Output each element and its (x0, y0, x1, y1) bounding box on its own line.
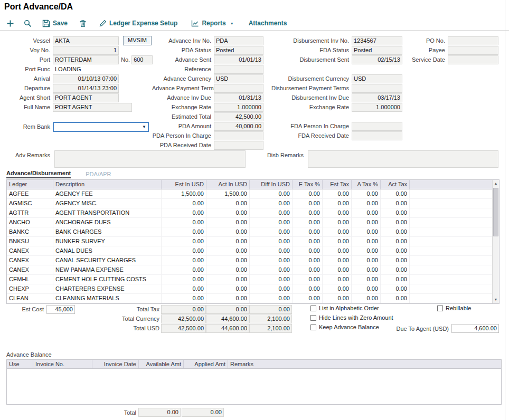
advance-sent-field[interactable]: 01/01/13 (214, 55, 263, 64)
advance-inv-no-field[interactable]: PDA (214, 36, 263, 45)
advance-inv-due-field[interactable]: 01/31/13 (214, 93, 263, 102)
cell-est-in-usd: 0.00 (162, 284, 206, 294)
disbursement-inv-due-field[interactable]: 03/17/13 (352, 93, 402, 102)
ledger-table-row[interactable]: CANEX CANAL SECURITY CHARGES 0.00 0.00 0… (7, 256, 492, 265)
disbursement-payment-terms-field[interactable] (352, 84, 402, 93)
col-header-remarks[interactable]: Remarks (228, 360, 501, 368)
cell-ledger: AGMISC (7, 199, 53, 208)
disb-remarks-field[interactable] (308, 150, 498, 168)
disbursement-sent-field[interactable]: 02/15/13 (352, 55, 402, 64)
ledger-table-row[interactable]: BANKC BANK CHARGES 0.00 0.00 0.00 0.00 0… (7, 227, 492, 237)
ledger-table-row[interactable]: AGTTR AGENT TRANSPORTATION 0.00 0.00 0.0… (7, 208, 492, 218)
col-header-e-tax-pct[interactable]: E Tax % (293, 180, 323, 189)
ledger-table-row[interactable]: CHEXP CHARTERERS EXPENSE 0.00 0.00 0.00 … (7, 284, 492, 294)
vessel-code-button[interactable]: MVSIM (123, 36, 152, 45)
col-header-use[interactable]: Use (7, 360, 33, 368)
adv-remarks-field[interactable] (54, 150, 246, 168)
cell-description: AGENCY MISC. (53, 199, 162, 208)
vertical-scrollbar[interactable]: ▲ ▼ (492, 180, 499, 303)
cell-e-tax-pct: 0.00 (293, 189, 323, 199)
cell-ledger: BNKSU (7, 237, 53, 246)
port-field[interactable]: ROTTERDAM (53, 55, 119, 64)
floppy-icon (42, 20, 50, 27)
fda-received-date-field[interactable] (352, 131, 402, 140)
po-no-field[interactable] (448, 36, 498, 45)
departure-field[interactable]: 01/14/13 23:00 (53, 84, 119, 93)
service-date-field[interactable] (448, 55, 498, 64)
arrival-field[interactable]: 01/10/13 07:00 (53, 74, 119, 83)
cell-diff-in-usd: 0.00 (250, 189, 293, 199)
cell-est-in-usd: 0.00 (162, 199, 206, 208)
advance-payment-terms-field[interactable] (214, 84, 263, 93)
disbursement-inv-no-field[interactable]: 1234567 (352, 36, 402, 45)
ledger-table-row[interactable]: BNKSU BUNKER SURVEY 0.00 0.00 0.00 0.00 … (7, 237, 492, 246)
reference-field[interactable] (214, 65, 263, 74)
scroll-down-icon[interactable]: ▼ (493, 296, 499, 303)
col-header-applied-amt[interactable]: Applied Amt (184, 360, 228, 368)
attachments-button[interactable]: Attachments (249, 20, 287, 27)
cell-e-tax-pct: 0.00 (293, 284, 323, 294)
full-name-field[interactable]: PORT AGENT (53, 103, 132, 112)
ledger-expense-setup-button[interactable]: Ledger Expense Setup (99, 20, 177, 27)
col-header-est-in-usd[interactable]: Est In USD (162, 180, 206, 189)
col-header-a-tax-pct[interactable]: A Tax % (352, 180, 381, 189)
vessel-field[interactable]: AKTA (53, 36, 119, 45)
pda-status-field[interactable]: Posted (214, 46, 263, 55)
cell-filler (410, 208, 492, 218)
pda-received-date-label: PDA Received Date (152, 142, 214, 148)
fda-person-in-charge-field[interactable] (352, 122, 402, 131)
disbursement-currency-field[interactable]: USD (352, 74, 402, 83)
col-header-ledger[interactable]: Ledger (7, 180, 53, 189)
delete-button[interactable] (79, 20, 87, 27)
total-tax-est-cell: 0.00 (161, 305, 206, 314)
total-usd-est-cell: 42,500.00 (161, 324, 206, 333)
add-button[interactable] (6, 20, 14, 27)
col-header-diff-in-usd[interactable]: Diff In USD (250, 180, 293, 189)
checkbox-list-alphabetic[interactable]: List in Alphabetic Order (310, 305, 379, 311)
col-header-invoice-date[interactable]: Invoice Date (92, 360, 139, 368)
est-cost-field[interactable]: 45,000 (46, 305, 75, 314)
col-header-est-tax[interactable]: Est Tax (323, 180, 352, 189)
col-header-description[interactable]: Description (53, 180, 162, 189)
tab-advance-disbursement[interactable]: Advance/Disbursement (6, 170, 71, 178)
pda-person-in-charge-field[interactable] (214, 131, 263, 140)
port-no-field[interactable]: 600 (131, 55, 153, 64)
scroll-thumb[interactable] (493, 188, 498, 236)
total-usd-diff-cell: 2,100.00 (249, 324, 292, 333)
pda-amount-field[interactable]: 40,000.00 (214, 122, 263, 131)
pda-received-date-field[interactable] (214, 141, 263, 150)
ledger-table-row[interactable]: CLEAN CLEANING MATERIALS 0.00 0.00 0.00 … (7, 294, 492, 303)
advance-balance-total-available: 0.00 (138, 408, 181, 417)
advance-currency-field[interactable]: USD (214, 74, 263, 83)
reports-button[interactable]: Reports▼ (191, 20, 233, 27)
ledger-table-row[interactable]: CANEX NEW PANAMA EXPENSE 0.00 0.00 0.00 … (7, 265, 492, 275)
disbursement-sent-label: Disbursement Sent (268, 56, 352, 63)
cell-act-tax: 0.00 (381, 227, 410, 237)
voy-no-field[interactable]: 1 (53, 46, 119, 55)
checkbox-rebillable[interactable]: Rebillable (437, 305, 471, 311)
ledger-table-row[interactable]: CANEX CANAL DUES 0.00 0.00 0.00 0.00 0.0… (7, 246, 492, 256)
cell-filler (410, 218, 492, 227)
ledger-table-row[interactable]: AGMISC AGENCY MISC. 0.00 0.00 0.00 0.00 … (7, 199, 492, 208)
ledger-table-row[interactable]: CEMHL CEMENT HOLE CUTTING COSTS 0.00 0.0… (7, 275, 492, 284)
ledger-table-row[interactable]: AGFEE AGENCY FEE 1,500.00 1,500.00 0.00 … (7, 189, 492, 199)
cell-diff-in-usd: 0.00 (250, 265, 293, 275)
checkbox-keep-advance-balance[interactable]: Keep Advance Balance (310, 324, 379, 330)
checkbox-hide-zero-lines[interactable]: Hide Lines with Zero Amount (310, 314, 393, 321)
col-header-available-amt[interactable]: Available Amt (139, 360, 184, 368)
advance-exchange-rate-field[interactable]: 1.000000 (214, 103, 263, 112)
payee-field[interactable] (448, 46, 498, 55)
col-header-act-tax[interactable]: Act Tax (381, 180, 410, 189)
agent-short-field[interactable]: PORT AGENT (53, 93, 119, 102)
col-header-invoice-no[interactable]: Invoice No. (33, 360, 92, 368)
fda-status-field[interactable]: Posted (352, 46, 402, 55)
save-button[interactable]: Save (42, 20, 68, 27)
col-header-act-in-usd[interactable]: Act In USD (206, 180, 250, 189)
rem-bank-dropdown[interactable]: ▼ (53, 122, 149, 132)
tab-pda-apr[interactable]: PDA/APR (86, 171, 111, 178)
ledger-table-row[interactable]: ANCHO ANCHORAGE DUES 0.00 0.00 0.00 0.00… (7, 218, 492, 227)
cell-diff-in-usd: 0.00 (250, 199, 293, 208)
scroll-up-icon[interactable]: ▲ (493, 180, 499, 187)
search-button[interactable] (24, 20, 32, 27)
disbursement-exchange-rate-field[interactable]: 1.000000 (352, 103, 402, 112)
